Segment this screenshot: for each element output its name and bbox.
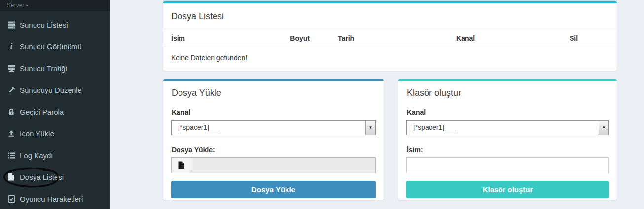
table-row: Keine Dateien gefunden! (163, 47, 617, 69)
folder-name-input[interactable] (406, 157, 609, 173)
create-folder-button[interactable]: Klasör oluştur (406, 181, 609, 198)
column-header-isim: İsim (163, 29, 286, 47)
panel-title: Dosya Listesi (163, 3, 617, 29)
panel-title: Klasör oluştur (398, 81, 617, 98)
sidebar-item-dosya-listesi[interactable]: Dosya Listesi (0, 166, 110, 188)
sidebar-item-sunucu-trafigi[interactable]: Sunucu Trafiği (0, 57, 110, 79)
file-icon (171, 157, 191, 173)
folder-name-label: İsim: (407, 146, 608, 154)
file-picker[interactable] (171, 157, 376, 173)
channel-select-value: [*spacer1]___ (407, 121, 599, 135)
column-header-boyut: Boyut (286, 29, 334, 47)
sidebar-item-sunucuyu-duzenle[interactable]: Sunucuyu Düzenle (0, 79, 110, 101)
column-header-tarih: Tarih (334, 29, 452, 47)
sidebar-item-sunucu-listesi[interactable]: Sunucu Listesi (0, 14, 110, 36)
list-icon (6, 152, 16, 159)
empty-message: Keine Dateien gefunden! (163, 47, 617, 69)
sidebar-section-header: Server - (0, 0, 110, 11)
file-input-field[interactable] (191, 157, 376, 173)
sidebar-item-gecici-parola[interactable]: Geçici Parola (0, 101, 110, 123)
panel-title: Dosya Yükle (163, 81, 384, 98)
upload-icon (6, 130, 16, 137)
lock-icon (6, 108, 16, 116)
file-upload-panel: Dosya Yükle Kanal [*spacer1]___ ▼ Dosya … (163, 79, 384, 200)
channel-label: Kanal (407, 108, 608, 117)
file-icon (6, 173, 16, 181)
dropdown-arrow-icon: ▼ (365, 121, 375, 135)
table-header-row: İsim Boyut Tarih Kanal Sil (163, 29, 617, 47)
sidebar-item-sunucu-gorunumu[interactable]: i Sunucu Görünümü (0, 36, 110, 57)
column-header-sil: Sil (566, 29, 617, 47)
channel-select[interactable]: [*spacer1]___ ▼ (171, 120, 376, 135)
sidebar: Server - Sunucu Listesi i Sunucu Görünüm… (0, 0, 110, 209)
info-icon: i (6, 42, 16, 51)
sidebar-item-label: Sunucu Görünümü (20, 42, 82, 51)
server-icon (6, 21, 16, 29)
sidebar-item-label: Log Kaydi (20, 151, 53, 160)
wrench-icon (6, 86, 16, 94)
channel-label: Kanal (172, 108, 375, 117)
column-header-kanal: Kanal (452, 29, 566, 47)
sidebar-menu: Sunucu Listesi i Sunucu Görünümü Sunucu … (0, 11, 110, 209)
check-square-icon (6, 195, 16, 203)
channel-select-value: [*spacer1]___ (172, 121, 365, 135)
upload-button[interactable]: Dosya Yükle (171, 181, 376, 198)
sidebar-item-label: Oyuncu Haraketleri (20, 195, 83, 203)
sidebar-item-log-kaydi[interactable]: Log Kaydi (0, 144, 110, 166)
create-folder-panel: Klasör oluştur Kanal [*spacer1]___ ▼ İsi… (398, 79, 617, 200)
sidebar-item-label: Sunucuyu Düzenle (20, 86, 82, 94)
sidebar-item-icon-yukle[interactable]: Icon Yükle (0, 123, 110, 144)
file-list-table: İsim Boyut Tarih Kanal Sil Keine Dateien… (163, 29, 617, 68)
dropdown-arrow-icon: ▼ (599, 121, 608, 135)
file-upload-label: Dosya Yükle: (172, 146, 375, 154)
file-list-panel: Dosya Listesi İsim Boyut Tarih Kanal Sil… (163, 1, 617, 71)
server-traffic-icon (6, 65, 16, 72)
sidebar-item-oyuncu-haraketleri[interactable]: Oyuncu Haraketleri (0, 188, 110, 209)
sidebar-item-label: Sunucu Trafiği (20, 64, 67, 73)
sidebar-item-label: Geçici Parola (20, 108, 64, 116)
sidebar-item-label: Sunucu Listesi (20, 21, 68, 29)
sidebar-item-label: Dosya Listesi (20, 173, 64, 181)
sidebar-item-label: Icon Yükle (20, 129, 54, 138)
channel-select[interactable]: [*spacer1]___ ▼ (406, 120, 609, 135)
